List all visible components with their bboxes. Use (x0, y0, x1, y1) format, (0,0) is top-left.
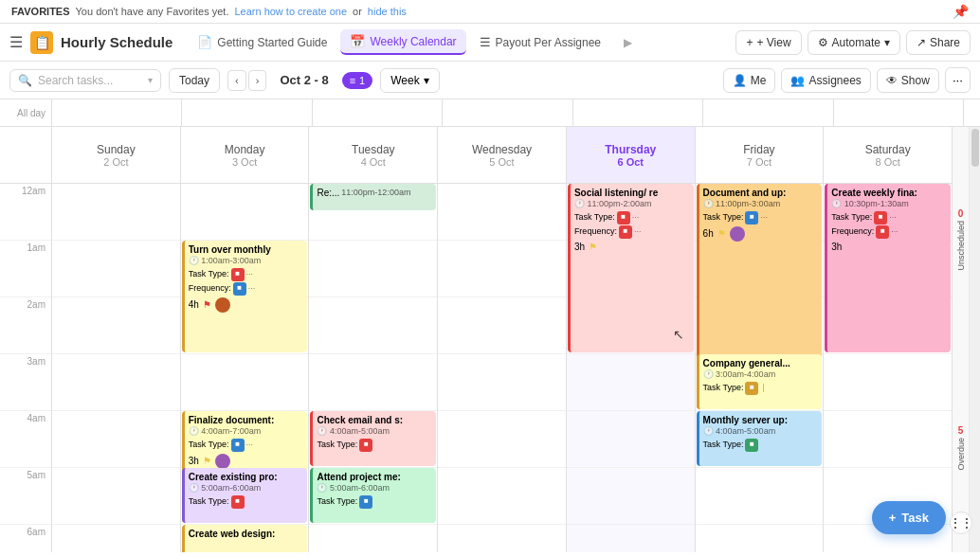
day-num-thu: 6 Oct (617, 156, 644, 168)
hour-row (567, 354, 695, 411)
task-monthly-server[interactable]: Monthly server up: 🕐 4:00am-5:00am Task … (697, 411, 823, 466)
line-indicator: | (762, 383, 764, 394)
freq-row: Frequency: ■ ··· (831, 225, 947, 239)
next-arrow[interactable]: › (248, 70, 267, 91)
task-company-general[interactable]: Company general... 🕐 3:00am-4:00am Task … (697, 354, 823, 409)
me-button[interactable]: 👤 Me (723, 68, 776, 93)
toolbar-right: 👤 Me 👥 Assignees 👁 Show ··· (723, 67, 971, 93)
freq-badge: ■ (233, 282, 246, 296)
task-create-weekly-fina[interactable]: Create weekly fina: 🕐 10:30pm-1:30am Tas… (825, 184, 951, 352)
favorites-label: FAVORITES (11, 6, 70, 17)
task-create-web-design[interactable]: Create web design: (182, 525, 308, 552)
day-slots-tue: Re:... 11:00pm-12:00am Check email and s… (309, 184, 437, 552)
hour-row (824, 354, 952, 411)
more-button[interactable]: ··· (945, 67, 971, 93)
task-title: Re:... (317, 187, 339, 199)
unscheduled-count: 0 (958, 208, 964, 219)
flag-icon: ⚑ (203, 455, 211, 467)
week-dropdown-icon: ▾ (424, 74, 429, 87)
avatar (215, 297, 230, 313)
task-content: Re:... 11:00pm-12:00am (317, 187, 432, 199)
day-num-tue: 4 Oct (361, 156, 386, 168)
scrollbar[interactable] (969, 127, 980, 552)
automate-button[interactable]: ⚙ Automate ▾ (808, 30, 900, 55)
task-footer: 3h ⚑ (574, 241, 690, 253)
tab-getting-started[interactable]: 📄 Getting Started Guide (188, 29, 336, 55)
task-footer: 3h (831, 241, 947, 253)
hamburger-button[interactable]: ☰ (9, 33, 23, 51)
show-button[interactable]: 👁 Show (877, 68, 939, 93)
day-header-tue: Tuesday 4 Oct (309, 127, 437, 184)
search-box[interactable]: 🔍 Search tasks... ▾ (9, 69, 161, 92)
hour-row (438, 184, 566, 241)
today-button[interactable]: Today (169, 68, 220, 93)
view-button[interactable]: + + View (735, 30, 801, 55)
task-time: 🕐 4:00am-7:00am (189, 426, 304, 438)
task-title: Finalize document: (189, 414, 304, 426)
search-placeholder: Search tasks... (38, 74, 113, 87)
hour-row (309, 525, 437, 552)
freq-dots: ··· (248, 283, 256, 295)
time-2am: 2am (0, 297, 51, 354)
hour-row (438, 411, 566, 468)
freq-badge: ■ (876, 225, 889, 239)
day-header-fri: Friday 7 Oct (696, 127, 824, 184)
task-time: 🕐 4:00am-5:00am (317, 426, 432, 438)
allday-cell-mon (182, 99, 312, 126)
task-type-row: Task Type: ■ | (703, 382, 819, 395)
freq-badge: ■ (619, 225, 632, 239)
tab-add[interactable]: ▶ (614, 29, 642, 55)
app-title: Hourly Schedule (61, 34, 172, 50)
week-selector[interactable]: Week ▾ (380, 68, 439, 93)
hour-row (309, 354, 437, 411)
allday-cell-sat (834, 99, 963, 126)
assignees-button[interactable]: 👥 Assignees (781, 68, 870, 93)
automate-dropdown-icon: ▾ (884, 36, 890, 49)
day-name-wed: Wednesday (472, 143, 532, 156)
share-button[interactable]: ↗ Share (906, 30, 971, 55)
day-name-tue: Tuesday (352, 143, 395, 156)
task-badge: ■ (231, 495, 245, 509)
days-grid: Sunday 2 Oct Monday 3 Oct (52, 127, 952, 552)
freq-row: Frequency: ■ ··· (574, 225, 690, 239)
avatar (215, 454, 230, 469)
task-check-email[interactable]: Check email and s: 🕐 4:00am-5:00am Task … (310, 411, 436, 466)
unscheduled-label[interactable]: Unscheduled (956, 221, 966, 271)
task-re[interactable]: Re:... 11:00pm-12:00am (310, 184, 436, 210)
task-create-existing[interactable]: Create existing pro: 🕐 5:00am-6:00am Tas… (182, 468, 308, 523)
task-type-row: Task Type: ■ ··· (703, 211, 819, 225)
task-turn-over-monthly[interactable]: Turn over monthly 🕐 1:00am-3:00am Task T… (182, 241, 308, 352)
day-num-wed: 5 Oct (489, 156, 514, 168)
hour-row (696, 468, 824, 525)
filter-badge[interactable]: ≡ 1 (342, 72, 373, 89)
learn-link[interactable]: Learn how to create one (234, 6, 347, 17)
task-title: Monthly server up: (703, 414, 819, 426)
allday-cell-sun (52, 99, 182, 126)
task-title: Attend project me: (317, 471, 432, 483)
doc-icon: 📄 (197, 35, 212, 49)
day-header-wed: Wednesday 5 Oct (438, 127, 566, 184)
flag-icon: ⚑ (203, 298, 211, 311)
hour-row (309, 241, 437, 297)
hour-row (52, 411, 180, 468)
favorites-bar: FAVORITES You don't have any Favorites y… (0, 0, 980, 24)
tab-payout[interactable]: ☰ Payout Per Assignee (470, 29, 610, 55)
scroll-thumb[interactable] (971, 129, 979, 167)
prev-arrow[interactable]: ‹ (227, 70, 246, 91)
task-attend-project[interactable]: Attend project me: 🕐 5:00am-6:00am Task … (310, 468, 436, 523)
task-social-listening[interactable]: Social listening/ re 🕐 11:00pm-2:00am Ta… (568, 184, 694, 352)
hour-row (52, 525, 180, 552)
day-col-sun: Sunday 2 Oct (52, 127, 181, 552)
day-col-wed: Wednesday 5 Oct (438, 127, 567, 552)
more-dots: ··· (889, 212, 897, 224)
grid-dots-button[interactable]: ⋮⋮ (950, 512, 972, 534)
tab-weekly-calendar[interactable]: 📅 Weekly Calendar (340, 29, 465, 55)
top-nav: ☰ 📋 Hourly Schedule 📄 Getting Started Gu… (0, 24, 980, 62)
search-icon: 🔍 (18, 74, 32, 87)
task-time: 🕐 5:00am-6:00am (317, 483, 432, 494)
task-badge: ■ (231, 439, 245, 452)
hour-row (52, 297, 180, 354)
add-task-fab[interactable]: + Task (872, 501, 946, 534)
hide-link[interactable]: hide this (368, 6, 407, 17)
overdue-label[interactable]: Overdue (956, 438, 966, 471)
